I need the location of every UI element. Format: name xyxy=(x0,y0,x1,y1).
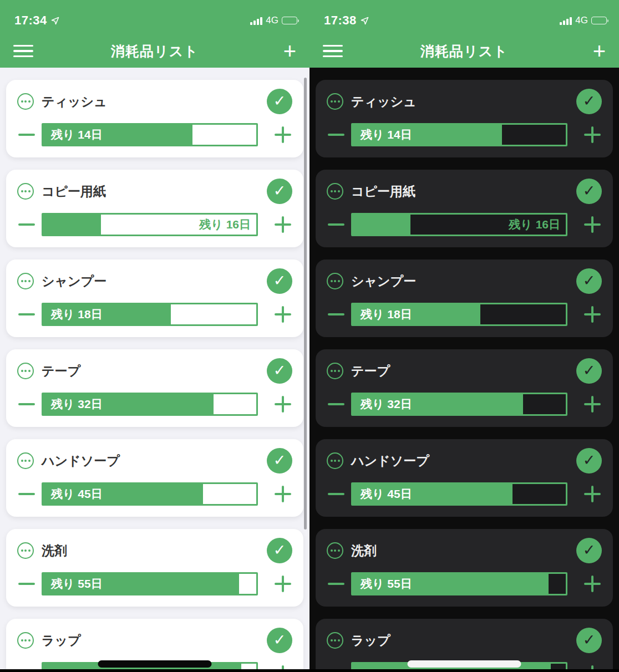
consumable-card: ハンドソープ✓残り 45日 xyxy=(6,439,303,517)
consumable-card: ティッシュ✓残り 14日 xyxy=(316,80,613,157)
ellipsis-options-icon[interactable] xyxy=(17,363,34,379)
ellipsis-options-icon[interactable] xyxy=(17,93,34,110)
decrease-button[interactable] xyxy=(17,572,36,595)
checkmark-circle-icon[interactable]: ✓ xyxy=(267,538,292,563)
decrease-button[interactable] xyxy=(327,123,346,146)
decrease-button[interactable] xyxy=(327,213,346,236)
checkmark-circle-icon[interactable]: ✓ xyxy=(576,538,602,563)
checkmark-circle-icon[interactable]: ✓ xyxy=(576,89,602,114)
checkmark-circle-icon[interactable]: ✓ xyxy=(576,358,602,384)
stepper-row: 残り 16日 xyxy=(327,213,602,236)
home-indicator[interactable] xyxy=(408,660,521,668)
checkmark-circle-icon[interactable]: ✓ xyxy=(576,268,602,294)
checkmark-circle-icon[interactable]: ✓ xyxy=(267,179,292,204)
minus-icon xyxy=(18,313,35,315)
increase-button[interactable] xyxy=(273,572,292,595)
stepper-row: 残り 55日 xyxy=(327,572,602,595)
hamburger-menu-icon[interactable] xyxy=(323,45,343,58)
checkmark-circle-icon[interactable]: ✓ xyxy=(576,628,602,653)
check-glyph: ✓ xyxy=(583,631,596,649)
item-name-label: ラップ xyxy=(351,632,390,649)
page-title: 消耗品リスト xyxy=(0,42,310,60)
card-header-row: ラップ✓ xyxy=(327,628,602,653)
checkmark-circle-icon[interactable]: ✓ xyxy=(267,268,292,294)
scrollbar[interactable] xyxy=(304,78,307,530)
card-header-row: コピー用紙✓ xyxy=(17,179,292,204)
decrease-button[interactable] xyxy=(17,482,36,506)
network-type-label: 4G xyxy=(575,15,588,26)
ellipsis-options-icon[interactable] xyxy=(327,542,343,559)
signal-strength-icon xyxy=(250,17,262,25)
checkmark-circle-icon[interactable]: ✓ xyxy=(576,179,602,204)
signal-strength-icon xyxy=(560,17,572,25)
status-bar: 17:34 4G xyxy=(0,0,310,34)
add-item-button[interactable]: + xyxy=(593,41,606,61)
remaining-days-label: 残り 16日 xyxy=(509,215,560,235)
decrease-button[interactable] xyxy=(17,393,36,416)
check-glyph: ✓ xyxy=(273,182,286,200)
remaining-days-progressbar: 残り 45日 xyxy=(42,482,258,506)
ellipsis-options-icon[interactable] xyxy=(17,542,34,559)
checkmark-circle-icon[interactable]: ✓ xyxy=(267,89,292,114)
stepper-row: 残り 32日 xyxy=(17,393,292,416)
remaining-days-label: 残り 18日 xyxy=(51,304,103,324)
consumable-card: ティッシュ✓残り 14日 xyxy=(6,80,303,157)
increase-button[interactable] xyxy=(583,482,602,506)
decrease-button[interactable] xyxy=(327,393,346,416)
consumable-card: テープ✓残り 32日 xyxy=(6,349,303,427)
increase-button[interactable] xyxy=(273,393,292,416)
decrease-button[interactable] xyxy=(327,482,346,506)
decrease-button[interactable] xyxy=(327,572,346,595)
increase-button[interactable] xyxy=(583,303,602,326)
checkmark-circle-icon[interactable]: ✓ xyxy=(267,448,292,474)
increase-button[interactable] xyxy=(583,123,602,146)
minus-icon xyxy=(18,493,35,495)
ellipsis-options-icon[interactable] xyxy=(17,632,34,649)
decrease-button[interactable] xyxy=(17,303,36,326)
minus-icon xyxy=(328,134,344,136)
increase-button[interactable] xyxy=(583,213,602,236)
status-right-cluster: 4G xyxy=(560,15,607,26)
ellipsis-options-icon[interactable] xyxy=(17,452,34,469)
ellipsis-options-icon[interactable] xyxy=(327,363,343,379)
nav-bar: 消耗品リスト + xyxy=(0,34,310,68)
add-item-button[interactable]: + xyxy=(283,41,296,61)
checkmark-circle-icon[interactable]: ✓ xyxy=(576,448,602,474)
check-glyph: ✓ xyxy=(273,362,286,379)
network-type-label: 4G xyxy=(266,15,278,26)
increase-button[interactable] xyxy=(273,123,292,146)
remaining-days-label: 残り 32日 xyxy=(361,394,412,414)
plus-icon-vertical xyxy=(591,306,593,323)
ellipsis-options-icon[interactable] xyxy=(327,273,343,289)
stepper-row: 残り 16日 xyxy=(17,213,292,236)
minus-icon xyxy=(18,223,35,226)
ellipsis-options-icon[interactable] xyxy=(327,93,343,110)
increase-button[interactable] xyxy=(273,482,292,506)
remaining-days-progressbar: 残り 14日 xyxy=(42,123,258,146)
consumable-card: 洗剤✓残り 55日 xyxy=(6,529,303,607)
consumable-card: コピー用紙✓残り 16日 xyxy=(316,170,613,247)
checkmark-circle-icon[interactable]: ✓ xyxy=(267,358,292,384)
increase-button[interactable] xyxy=(583,572,602,595)
increase-button[interactable] xyxy=(273,303,292,326)
ellipsis-options-icon[interactable] xyxy=(327,452,343,469)
increase-button[interactable] xyxy=(273,213,292,236)
ellipsis-options-icon[interactable] xyxy=(327,632,343,649)
ellipsis-options-icon[interactable] xyxy=(17,273,34,289)
minus-icon xyxy=(18,134,35,136)
home-indicator[interactable] xyxy=(98,660,212,668)
checkmark-circle-icon[interactable]: ✓ xyxy=(267,628,292,653)
card-header-row: ティッシュ✓ xyxy=(17,89,292,114)
status-time: 17:38 xyxy=(324,13,357,28)
ellipsis-options-icon[interactable] xyxy=(17,183,34,200)
increase-button[interactable] xyxy=(583,393,602,416)
card-header-row: 洗剤✓ xyxy=(327,538,602,563)
decrease-button[interactable] xyxy=(17,213,36,236)
ellipsis-options-icon[interactable] xyxy=(327,183,343,200)
decrease-button[interactable] xyxy=(17,123,36,146)
remaining-days-label: 残り 16日 xyxy=(199,215,251,235)
decrease-button[interactable] xyxy=(327,303,346,326)
minus-icon xyxy=(328,583,344,585)
hamburger-menu-icon[interactable] xyxy=(13,45,33,58)
remaining-days-label: 残り 45日 xyxy=(361,484,412,504)
